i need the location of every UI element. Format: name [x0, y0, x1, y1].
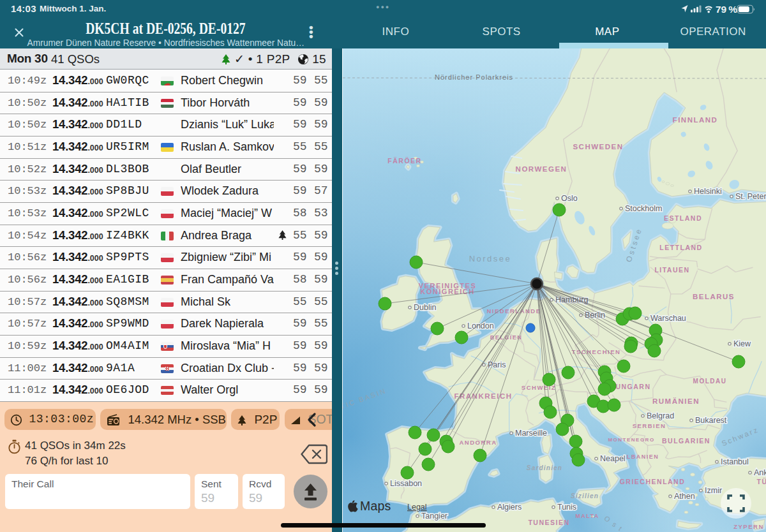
svg-text:ZYPERN: ZYPERN [733, 523, 764, 530]
svg-text:BULGARIEN: BULGARIEN [662, 437, 710, 445]
svg-text:Lissabon: Lissabon [390, 479, 422, 488]
svg-text:Bukarest: Bukarest [695, 416, 727, 425]
svg-text:TÜ: TÜ [757, 478, 766, 485]
svg-text:NORWEGEN: NORWEGEN [516, 165, 567, 173]
svg-text:Maps: Maps [360, 499, 391, 513]
svg-text:GRIECHENLAND: GRIECHENLAND [620, 478, 686, 485]
svg-text:LETTLAND: LETTLAND [659, 244, 702, 251]
svg-text:Athen: Athen [674, 492, 695, 501]
svg-text:Sardinien: Sardinien [527, 464, 562, 471]
svg-text:Algiers: Algiers [497, 503, 522, 512]
svg-text:ANDORRA: ANDORRA [459, 439, 497, 446]
svg-text:Legal: Legal [407, 503, 427, 512]
svg-text:KÖNIGREICH: KÖNIGREICH [420, 288, 474, 295]
svg-text:St. Petersb: St. Petersb [735, 192, 766, 201]
svg-text:Sizilien: Sizilien [571, 492, 599, 499]
svg-text:Marseille: Marseille [515, 429, 547, 438]
svg-text:Tunis: Tunis [557, 503, 576, 512]
svg-text:TUNESIEN: TUNESIEN [528, 519, 569, 526]
svg-text:Helsinki: Helsinki [694, 187, 722, 196]
svg-text:ALBANIEN: ALBANIEN [622, 454, 659, 460]
svg-text:FÄRÖER: FÄRÖER [387, 157, 421, 165]
svg-text:MOLDAU: MOLDAU [693, 378, 727, 385]
svg-text:SCHWEDEN: SCHWEDEN [573, 143, 623, 151]
svg-text:FINNLAND: FINNLAND [673, 116, 718, 124]
svg-text:London: London [467, 321, 494, 330]
svg-text:BELARUS: BELARUS [693, 293, 735, 300]
svg-text:Dublin: Dublin [414, 303, 436, 312]
svg-text:MONTENEGRO: MONTENEGRO [608, 437, 654, 443]
svg-text:Nordsee: Nordsee [469, 254, 512, 263]
svg-text:Warschau: Warschau [650, 314, 686, 323]
svg-text:MALTA: MALTA [575, 513, 599, 519]
svg-text:Neapel: Neapel [600, 454, 626, 463]
svg-text:Anka: Anka [754, 468, 766, 477]
svg-text:Belgrad: Belgrad [647, 411, 674, 420]
svg-text:Istanbul: Istanbul [721, 457, 749, 466]
svg-text:Stockholm: Stockholm [625, 204, 662, 213]
svg-text:ESTLAND: ESTLAND [664, 214, 702, 222]
svg-text:Izmir: Izmir [705, 486, 722, 495]
svg-text:SERBIEN: SERBIEN [633, 422, 666, 429]
svg-text:LITAUEN: LITAUEN [654, 266, 689, 274]
svg-text:Oslo: Oslo [561, 194, 578, 203]
svg-text:Tangier: Tangier [421, 512, 447, 521]
svg-text:UNGARN: UNGARN [615, 383, 650, 390]
svg-text:Nördlicher Polarkreis: Nördlicher Polarkreis [435, 73, 513, 81]
svg-text:RUMÄNIEN: RUMÄNIEN [652, 397, 700, 405]
svg-text:79 %: 79 % [716, 4, 737, 15]
svg-text:Kiew: Kiew [733, 339, 751, 348]
